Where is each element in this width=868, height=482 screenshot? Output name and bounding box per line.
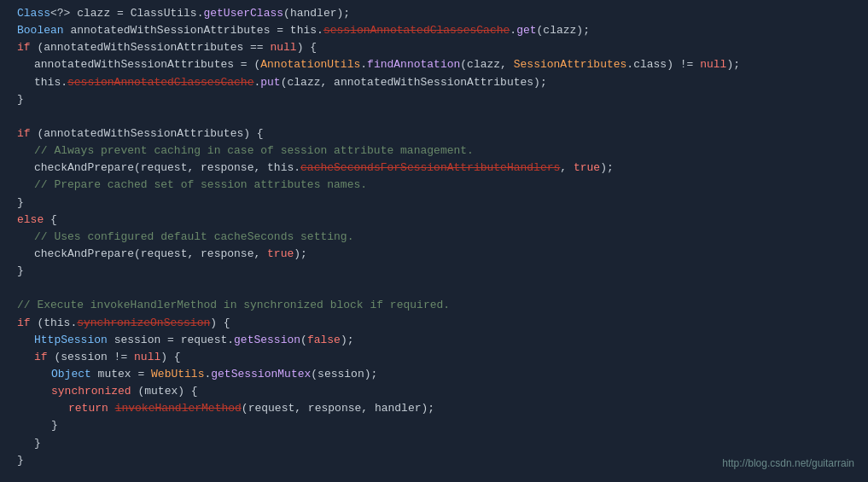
code-line: }	[10, 417, 868, 434]
code-line: annotatedWithSessionAttributes = (Annota…	[10, 56, 868, 73]
code-line: this.sessionAnnotatedClassesCache.put(cl…	[10, 74, 868, 91]
code-line: if (session != null) {	[10, 349, 868, 366]
code-line	[10, 280, 868, 297]
code-line: // Uses configured default cacheSeconds …	[10, 229, 868, 246]
code-line: if (this.synchronizeOnSession) {	[10, 315, 868, 332]
code-line: return invokeHandlerMethod(request, resp…	[10, 400, 868, 417]
code-line: checkAndPrepare(request, response, true)…	[10, 246, 868, 263]
code-line: else {	[10, 212, 868, 229]
code-line: if (annotatedWithSessionAttributes) {	[10, 125, 868, 142]
watermark: http://blog.csdn.net/guitarrain	[722, 456, 854, 472]
code-line: }	[10, 91, 868, 108]
code-line: }	[10, 195, 868, 212]
code-container: Class<?> clazz = ClassUtils.getUserClass…	[0, 0, 868, 482]
code-line: Object mutex = WebUtils.getSessionMutex(…	[10, 366, 868, 383]
code-line: Boolean annotatedWithSessionAttributes =…	[10, 22, 868, 39]
code-line: Class<?> clazz = ClassUtils.getUserClass…	[10, 5, 868, 22]
code-line: }	[10, 435, 868, 452]
code-line: }	[10, 263, 868, 280]
code-line: // Prepare cached set of session attribu…	[10, 177, 868, 194]
code-line: HttpSession session = request.getSession…	[10, 332, 868, 349]
code-line: // Execute invokeHandlerMethod in synchr…	[10, 297, 868, 314]
code-line: checkAndPrepare(request, response, this.…	[10, 160, 868, 177]
code-line: // Always prevent caching in case of ses…	[10, 142, 868, 160]
code-line: synchronized (mutex) {	[10, 383, 868, 400]
code-line: if (annotatedWithSessionAttributes == nu…	[10, 39, 868, 56]
code-line	[10, 108, 868, 125]
